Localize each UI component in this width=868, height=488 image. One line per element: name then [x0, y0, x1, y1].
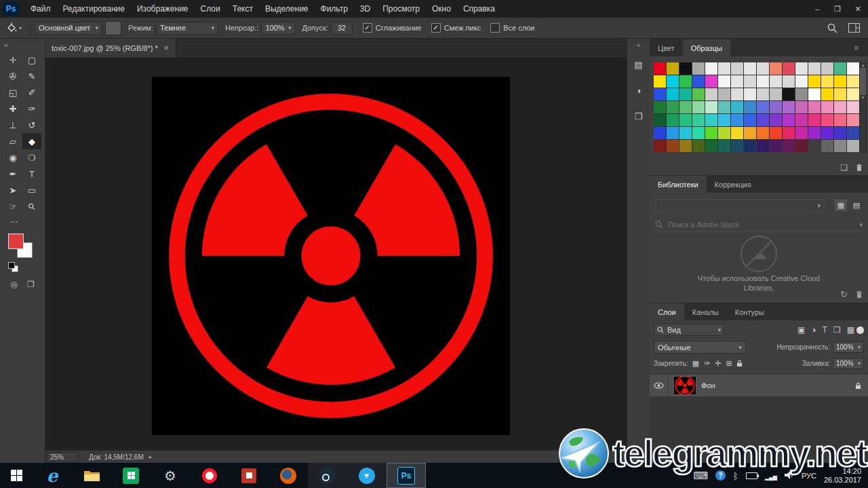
tab-Каналы[interactable]: Каналы	[684, 303, 727, 320]
crop-tool[interactable]: ◱	[3, 84, 22, 100]
color-swatch[interactable]	[821, 127, 833, 139]
color-swatch[interactable]	[795, 114, 808, 126]
color-swatch[interactable]	[834, 62, 846, 75]
fill-source-select[interactable]: Основной цвет ▾	[35, 22, 102, 35]
color-swatch[interactable]	[821, 75, 833, 88]
color-swatch[interactable]	[783, 101, 795, 113]
color-swatch[interactable]	[654, 140, 666, 152]
color-swatch[interactable]	[783, 140, 795, 152]
color-swatch[interactable]	[821, 62, 833, 75]
docked-panel-button-1[interactable]: ▤	[631, 56, 647, 73]
spot-healing-brush-tool[interactable]: ✚	[3, 100, 22, 117]
color-swatch[interactable]	[834, 88, 846, 100]
menu-item-3[interactable]: Изображение	[131, 0, 195, 18]
new-swatch-button[interactable]: ❏	[840, 163, 848, 172]
color-swatch[interactable]	[770, 101, 782, 113]
color-swatch[interactable]	[757, 140, 769, 152]
bluetooth-icon[interactable]: ᛒ	[733, 470, 738, 482]
filter-shape-layers-icon[interactable]: ❒	[833, 325, 841, 335]
color-swatch[interactable]	[718, 114, 730, 126]
panel-menu-icon[interactable]: ≡	[854, 43, 864, 52]
color-swatch[interactable]	[834, 127, 846, 139]
tab-Контуры[interactable]: Контуры	[727, 303, 772, 320]
color-swatch[interactable]	[744, 101, 756, 113]
color-swatch[interactable]	[783, 62, 795, 75]
tab-close-icon[interactable]: ×	[164, 43, 169, 53]
photoshop-icon[interactable]: Ps	[387, 463, 426, 488]
color-swatch[interactable]	[770, 88, 782, 100]
menu-item-5[interactable]: Текст	[226, 0, 259, 18]
menu-item-4[interactable]: Слои	[195, 0, 226, 18]
color-swatch[interactable]	[847, 88, 859, 100]
docked-panel-button-2[interactable]: ◑	[631, 82, 647, 98]
tab-Образцы[interactable]: Образцы	[683, 39, 730, 56]
color-swatch[interactable]	[705, 88, 717, 100]
internet-explorer-icon[interactable]: e	[33, 463, 72, 488]
color-swatch[interactable]	[667, 114, 679, 126]
color-swatch[interactable]	[770, 127, 782, 139]
blur-tool[interactable]: ◉	[3, 149, 22, 166]
move-tool[interactable]: ✛	[3, 52, 22, 68]
expand-dock-icon[interactable]: «	[627, 39, 650, 52]
color-swatch[interactable]	[808, 101, 821, 113]
color-swatch[interactable]	[847, 101, 859, 113]
color-swatch[interactable]	[705, 62, 717, 75]
color-swatch[interactable]	[679, 75, 692, 88]
eyedropper-tool[interactable]: ✐	[22, 84, 41, 100]
color-swatch[interactable]	[705, 140, 717, 152]
paint-bucket-tool[interactable]: ◆	[22, 133, 41, 149]
lock-transparency-icon[interactable]: ▦	[692, 359, 699, 368]
layer-blend-mode-select[interactable]: Обычные ▾	[654, 341, 746, 354]
color-swatch[interactable]	[795, 101, 808, 113]
menu-item-8[interactable]: 3D	[354, 0, 376, 18]
quick-mask-button[interactable]: ◎	[10, 280, 17, 289]
color-swatch[interactable]	[821, 88, 833, 100]
color-swatch[interactable]	[692, 101, 705, 113]
menu-item-7[interactable]: Фильтр	[315, 0, 354, 18]
volume-icon[interactable]	[785, 470, 794, 482]
option-checkbox-1[interactable]: ✓Сглаживание	[363, 23, 422, 33]
list-view-button[interactable]: ▤	[850, 200, 863, 211]
battery-icon[interactable]	[746, 470, 757, 482]
color-swatch[interactable]	[821, 140, 833, 152]
color-swatch[interactable]	[795, 75, 808, 88]
rectangle-tool[interactable]: ▭	[22, 182, 41, 198]
minimize-button[interactable]: –	[807, 0, 827, 18]
collapse-toolbox-icon[interactable]: «	[0, 39, 45, 52]
library-select[interactable]: ▾	[655, 199, 825, 212]
docked-panel-button-3[interactable]: ❒	[631, 108, 647, 124]
color-swatch[interactable]	[667, 140, 679, 152]
color-swatch[interactable]	[731, 75, 743, 88]
language-indicator[interactable]: РУС	[802, 472, 816, 480]
close-button[interactable]: ✕	[848, 0, 868, 18]
color-swatch[interactable]	[783, 114, 795, 126]
color-swatch[interactable]	[834, 140, 846, 152]
opera-icon[interactable]	[190, 463, 229, 488]
color-swatch[interactable]	[847, 62, 859, 75]
color-swatch[interactable]	[795, 62, 808, 75]
lasso-tool[interactable]: ✇	[3, 68, 22, 84]
color-swatch[interactable]	[795, 140, 808, 152]
color-swatch[interactable]	[847, 114, 859, 126]
color-swatch[interactable]	[654, 75, 666, 88]
color-swatch[interactable]	[795, 88, 808, 100]
default-colors-button[interactable]	[8, 262, 18, 271]
delete-swatch-button[interactable]	[856, 164, 863, 172]
menu-item-2[interactable]: Редактирование	[57, 0, 131, 18]
color-swatch[interactable]	[808, 88, 821, 100]
color-swatch[interactable]	[692, 88, 705, 100]
color-swatch[interactable]	[808, 75, 821, 88]
pen-tool[interactable]: ✒	[3, 166, 22, 182]
color-swatch[interactable]	[718, 127, 730, 139]
color-swatch[interactable]	[667, 75, 679, 88]
filter-smart-objects-icon[interactable]: ▦	[847, 325, 854, 335]
layer-name[interactable]: Фон	[701, 381, 715, 390]
menu-item-6[interactable]: Выделение	[259, 0, 315, 18]
quick-selection-tool[interactable]: ✎	[22, 68, 41, 84]
tab-Библиотеки[interactable]: Библиотеки	[650, 176, 707, 193]
hand-tool[interactable]: ☞	[3, 198, 22, 214]
color-swatch[interactable]	[808, 114, 821, 126]
color-swatch[interactable]	[654, 127, 666, 139]
search-icon[interactable]	[827, 23, 837, 33]
color-swatch[interactable]	[847, 127, 859, 139]
